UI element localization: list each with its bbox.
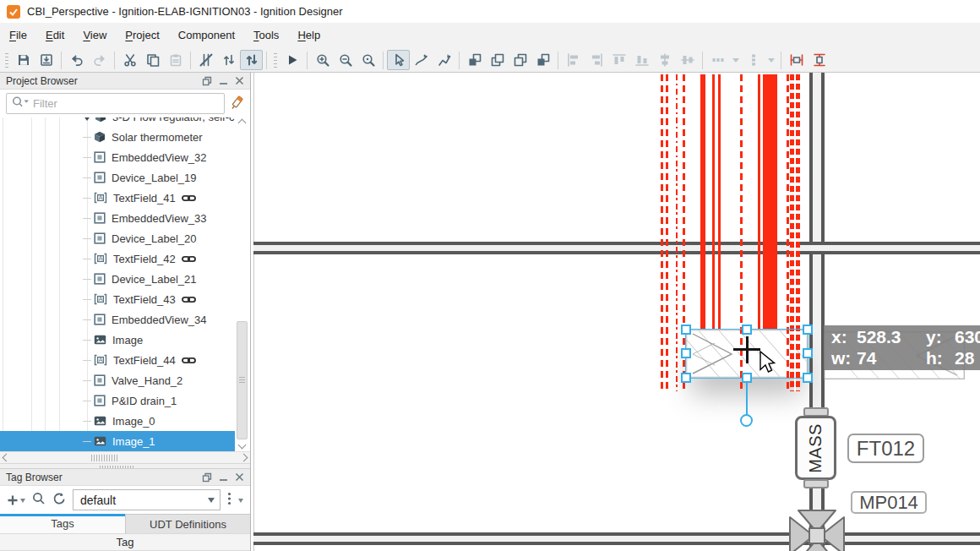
zoom-actual-button[interactable] [357, 50, 379, 70]
move-forward-button[interactable] [509, 50, 531, 70]
tree-item-embeddedview-34[interactable]: EmbeddedView_34 [0, 309, 235, 330]
snap-guides-button[interactable] [240, 50, 263, 70]
mass-flow-meter[interactable]: MASS [795, 416, 836, 480]
align-top-button[interactable] [607, 50, 630, 70]
menu-item-help[interactable]: Help [288, 23, 329, 48]
menu-item-edit[interactable]: Edit [36, 23, 74, 48]
valve-tag-label[interactable]: MP014 [851, 491, 927, 514]
align-left-button[interactable] [562, 50, 585, 70]
tree-item-image[interactable]: Image [0, 330, 235, 350]
tree-item-textfield-41[interactable]: ATextField_41 [0, 188, 235, 208]
close-panel-icon[interactable] [235, 76, 244, 85]
selection-handle-n[interactable] [742, 325, 752, 335]
save-as-button[interactable] [35, 50, 57, 70]
selection-handle-sw[interactable] [681, 373, 691, 383]
tree-item-textfield-44[interactable]: ATextField_44 [0, 350, 235, 370]
selection-handle-s[interactable] [742, 373, 752, 383]
menu-item-project[interactable]: Project [116, 23, 168, 48]
distribute-horizontal-button[interactable] [706, 50, 729, 70]
design-canvas[interactable]: x: 528.3 y: 630 w: 74 h: 28 MASS FT012 M… [251, 73, 980, 551]
selection-handle-ne[interactable] [803, 325, 813, 335]
direct-select-tool-button[interactable] [410, 50, 433, 70]
selection-handle-nw[interactable] [681, 325, 691, 335]
paste-button[interactable] [164, 50, 187, 70]
float-panel-icon[interactable] [202, 472, 212, 483]
snap-off-button[interactable] [194, 50, 217, 70]
redo-button[interactable] [88, 50, 111, 70]
expand-collapse-icon[interactable] [83, 117, 91, 125]
cut-button[interactable] [118, 50, 141, 70]
tree-item-image-0[interactable]: Image_0 [0, 411, 235, 431]
menu-item-file[interactable]: File [0, 23, 36, 48]
toolbar-grip[interactable] [274, 52, 277, 68]
move-backward-button[interactable] [486, 50, 509, 70]
scroll-left-icon[interactable] [3, 454, 11, 462]
node-select-tool-button[interactable] [433, 50, 455, 70]
tree-item-device-label-20[interactable]: Device_Label_20 [0, 228, 235, 248]
valve-symbol[interactable] [783, 502, 851, 551]
align-center-horizontal-button[interactable] [653, 50, 676, 70]
minimize-panel-icon[interactable] [219, 76, 228, 85]
align-bottom-button[interactable] [630, 50, 653, 70]
distribute-vertical-button[interactable] [742, 50, 765, 70]
close-panel-icon[interactable] [235, 472, 244, 482]
move-to-front-button[interactable] [531, 50, 554, 70]
menu-item-tools[interactable]: Tools [244, 23, 288, 48]
save-button[interactable] [12, 50, 35, 70]
tree-item-embeddedview-33[interactable]: EmbeddedView_33 [0, 208, 235, 228]
tree-item-solar-thermometer[interactable]: Solar thermometer [0, 127, 235, 147]
zoom-in-button[interactable] [311, 50, 334, 70]
move-to-back-button[interactable] [463, 50, 486, 70]
align-center-vertical-button[interactable] [676, 50, 699, 70]
minimize-panel-icon[interactable] [219, 472, 228, 482]
tree-item-3-d-flow-regulator-self-c[interactable]: 3-D Flow regulator, self-c [0, 117, 235, 127]
search-tags-icon[interactable] [32, 492, 46, 509]
selection-handle-e[interactable] [803, 348, 813, 358]
menu-item-view[interactable]: View [74, 23, 116, 48]
scroll-up-icon[interactable] [238, 119, 247, 128]
match-width-button[interactable] [785, 50, 808, 70]
zoom-out-button[interactable] [334, 50, 357, 70]
tab-tags[interactable]: Tags [0, 514, 125, 533]
tree-item-p-id-drain-1[interactable]: P&ID drain_1 [0, 390, 235, 411]
chevron-down-icon[interactable] [238, 499, 243, 505]
caret-down-button[interactable] [729, 50, 742, 70]
tree-item-textfield-43[interactable]: ATextField_43 [0, 289, 235, 309]
rotation-handle[interactable] [740, 414, 753, 427]
tag-provider-select[interactable]: default [73, 489, 220, 510]
filter-input-wrap[interactable] [6, 93, 225, 114]
preview-play-button[interactable] [280, 50, 303, 70]
refresh-icon[interactable] [52, 492, 66, 509]
tree-item-device-label-19[interactable]: Device_Label_19 [0, 167, 235, 188]
selection-handle-se[interactable] [803, 373, 813, 383]
tab-udt-definitions[interactable]: UDT Definitions [125, 514, 250, 533]
match-height-button[interactable] [808, 50, 830, 70]
toolbar-grip[interactable] [5, 52, 8, 68]
project-tree[interactable]: 3-D Flow regulator, self-cSolar thermome… [0, 117, 250, 451]
instrument-tag-label[interactable]: FT012 [847, 434, 924, 463]
selection-handle-w[interactable] [681, 348, 691, 358]
tree-item-textfield-42[interactable]: ATextField_42 [0, 248, 235, 269]
menu-item-component[interactable]: Component [169, 23, 244, 48]
align-right-button[interactable] [585, 50, 607, 70]
filter-input[interactable] [33, 97, 219, 110]
tree-item-embeddedview-32[interactable]: EmbeddedView_32 [0, 147, 235, 167]
undo-button[interactable] [65, 50, 88, 70]
kebab-menu-icon[interactable] [227, 492, 231, 509]
scrollbar-thumb[interactable] [237, 321, 248, 439]
tree-item-image-1[interactable]: Image_1 [0, 431, 235, 451]
float-panel-icon[interactable] [202, 76, 212, 86]
panel-splitter[interactable] [0, 463, 250, 469]
select-tool-button[interactable] [387, 50, 410, 70]
tree-item-valve-hand-2[interactable]: Valve_Hand_2 [0, 370, 235, 390]
highlight-components-icon[interactable] [230, 95, 244, 112]
scroll-down-icon[interactable] [238, 441, 247, 450]
scroll-right-icon[interactable] [240, 454, 248, 462]
add-tag-button[interactable] [7, 494, 25, 506]
tree-item-device-label-21[interactable]: Device_Label_21 [0, 269, 235, 289]
caret-down-button[interactable] [765, 50, 777, 70]
snap-grid-button[interactable] [217, 50, 240, 70]
tree-vertical-scrollbar[interactable] [237, 118, 248, 450]
copy-button[interactable] [141, 50, 164, 70]
tree-horizontal-scrollbar[interactable] [0, 451, 250, 463]
